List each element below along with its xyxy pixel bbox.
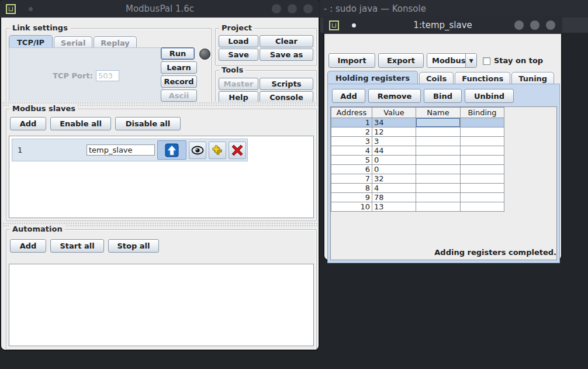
- window-close-button[interactable]: [303, 4, 313, 13]
- registers-scrollpane[interactable]: Address Value Name Binding 1342123344450…: [330, 106, 557, 260]
- value-cell[interactable]: 44: [372, 146, 416, 156]
- address-cell[interactable]: 5: [331, 156, 372, 165]
- table-row[interactable]: 134: [331, 118, 504, 127]
- value-cell[interactable]: 34: [372, 118, 416, 127]
- address-cell[interactable]: 8: [331, 184, 372, 193]
- save-button[interactable]: Save: [219, 49, 258, 61]
- binding-cell[interactable]: [461, 137, 504, 146]
- address-cell[interactable]: 6: [331, 165, 372, 174]
- name-column-header[interactable]: Name: [416, 108, 461, 118]
- scripts-button[interactable]: Scripts: [260, 78, 313, 90]
- record-button[interactable]: Record: [161, 75, 197, 88]
- tab-holding-registers[interactable]: Holding registers: [327, 71, 418, 85]
- slave-add-button[interactable]: Add: [10, 117, 46, 130]
- slave-delete-button[interactable]: [229, 142, 246, 159]
- learn-button[interactable]: Learn: [161, 61, 197, 74]
- register-unbind-button[interactable]: Unbind: [465, 89, 514, 103]
- name-cell[interactable]: [416, 127, 461, 137]
- address-cell[interactable]: 9: [331, 193, 372, 202]
- enable-all-button[interactable]: Enable all: [50, 117, 111, 130]
- address-cell[interactable]: 2: [331, 127, 372, 137]
- table-row[interactable]: 732: [331, 174, 504, 184]
- address-cell[interactable]: 7: [331, 174, 372, 184]
- load-button[interactable]: Load: [219, 35, 258, 47]
- window-maximize-button[interactable]: [530, 20, 539, 30]
- name-cell[interactable]: [416, 202, 461, 212]
- stop-all-button[interactable]: Stop all: [108, 239, 159, 253]
- export-button[interactable]: Export: [378, 53, 424, 68]
- name-cell[interactable]: [416, 165, 461, 174]
- binding-cell[interactable]: [461, 184, 504, 193]
- slave-row[interactable]: 1: [12, 139, 248, 161]
- address-cell[interactable]: 1: [331, 118, 372, 127]
- temp-slave-titlebar[interactable]: 1:temp_slave: [323, 16, 562, 34]
- tcp-port-input[interactable]: [96, 70, 119, 81]
- value-cell[interactable]: 0: [372, 165, 416, 174]
- tab-functions[interactable]: Functions: [455, 72, 510, 85]
- register-remove-button[interactable]: Remove: [368, 89, 421, 103]
- value-cell[interactable]: 4: [372, 184, 416, 193]
- value-cell[interactable]: 13: [372, 202, 416, 212]
- binding-cell[interactable]: [461, 202, 504, 212]
- table-row[interactable]: 978: [331, 193, 504, 202]
- binding-cell[interactable]: [461, 193, 504, 202]
- table-row[interactable]: 84: [331, 184, 504, 193]
- stay-on-top-checkbox[interactable]: [483, 57, 490, 65]
- name-cell[interactable]: [416, 118, 461, 127]
- binding-cell[interactable]: [461, 118, 504, 127]
- table-row[interactable]: 33: [331, 137, 504, 146]
- run-button[interactable]: Run: [161, 47, 195, 60]
- binding-column-header[interactable]: Binding: [461, 108, 504, 118]
- binding-cell[interactable]: [461, 174, 504, 184]
- slave-name-input[interactable]: [87, 144, 155, 156]
- window-minimize-button[interactable]: [514, 20, 524, 30]
- table-row[interactable]: 60: [331, 165, 504, 174]
- tab-tuning[interactable]: Tuning: [511, 72, 554, 85]
- value-cell[interactable]: 12: [372, 127, 416, 137]
- table-row[interactable]: 444: [331, 146, 504, 156]
- modbuspal-titlebar[interactable]: ModbusPal 1.6c: [0, 0, 320, 18]
- name-cell[interactable]: [416, 156, 461, 165]
- binding-cell[interactable]: [461, 156, 504, 165]
- save-as-button[interactable]: Save as: [260, 49, 313, 61]
- value-cell[interactable]: 0: [372, 156, 416, 165]
- ascii-button[interactable]: Ascii: [161, 89, 197, 102]
- name-cell[interactable]: [416, 174, 461, 184]
- master-button[interactable]: Master: [219, 78, 258, 90]
- slave-view-button[interactable]: [189, 142, 206, 159]
- address-cell[interactable]: 10: [331, 202, 372, 212]
- tab-coils[interactable]: Coils: [419, 72, 454, 85]
- binding-cell[interactable]: [461, 146, 504, 156]
- table-row[interactable]: 50: [331, 156, 504, 165]
- value-cell[interactable]: 32: [372, 174, 416, 184]
- table-row[interactable]: 1013: [331, 202, 504, 212]
- name-cell[interactable]: [416, 137, 461, 146]
- clear-button[interactable]: Clear: [260, 35, 313, 47]
- automation-add-button[interactable]: Add: [10, 239, 46, 253]
- slave-duplicate-button[interactable]: [209, 142, 226, 159]
- konsole-titlebar[interactable]: - : sudo java — Konsole: [320, 0, 588, 18]
- register-add-button[interactable]: Add: [332, 89, 365, 103]
- address-cell[interactable]: 4: [331, 146, 372, 156]
- table-row[interactable]: 212: [331, 127, 504, 137]
- name-cell[interactable]: [416, 193, 461, 202]
- window-minimize-button[interactable]: [272, 4, 281, 13]
- value-cell[interactable]: 3: [372, 137, 416, 146]
- window-close-button[interactable]: [546, 20, 555, 30]
- slave-enable-toggle[interactable]: [157, 140, 186, 160]
- disable-all-button[interactable]: Disable all: [115, 117, 181, 130]
- window-maximize-button[interactable]: [288, 4, 297, 13]
- address-cell[interactable]: 3: [331, 137, 372, 146]
- registers-table: Address Value Name Binding 1342123344450…: [331, 107, 504, 212]
- binding-cell[interactable]: [461, 127, 504, 137]
- start-all-button[interactable]: Start all: [50, 239, 104, 253]
- name-cell[interactable]: [416, 146, 461, 156]
- import-button[interactable]: Import: [328, 53, 375, 68]
- name-cell[interactable]: [416, 184, 461, 193]
- modbus-mode-select[interactable]: Modbus ▼: [427, 53, 477, 68]
- register-bind-button[interactable]: Bind: [424, 89, 462, 103]
- value-column-header[interactable]: Value: [372, 108, 416, 118]
- binding-cell[interactable]: [461, 165, 504, 174]
- value-cell[interactable]: 78: [372, 193, 416, 202]
- address-column-header[interactable]: Address: [331, 108, 372, 118]
